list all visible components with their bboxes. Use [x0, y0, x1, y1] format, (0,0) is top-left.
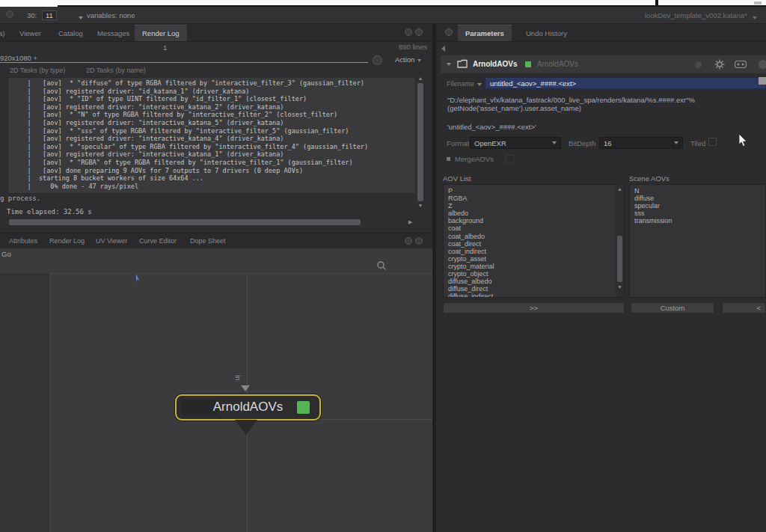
- scroll-right-icon[interactable]: ▶: [408, 219, 412, 225]
- scene-aov-item[interactable]: N: [634, 187, 765, 195]
- panel-gear-icon[interactable]: [445, 28, 453, 36]
- tab-render-log[interactable]: Render Log: [135, 25, 187, 41]
- aov-list-item[interactable]: diffuse_direct: [448, 285, 624, 293]
- move-left-button[interactable]: <: [722, 302, 766, 314]
- aov-scrollbar-thumb[interactable]: [617, 236, 622, 282]
- log-horizontal-scrollbar[interactable]: [9, 219, 405, 225]
- node-status-square[interactable]: [297, 401, 310, 414]
- aov-scroll-up-icon[interactable]: ▲: [616, 186, 624, 192]
- filename-dropdown-icon[interactable]: [477, 83, 482, 86]
- parameter-node-header[interactable]: ArnoldAOVs ArnoldAOVs: [441, 55, 766, 73]
- katana-application-window: 30: 11 variables: none lookDev_template_…: [0, 0, 766, 532]
- panel-back-icon[interactable]: [441, 46, 445, 52]
- move-right-button[interactable]: >>: [443, 302, 625, 314]
- format-label: Format: [447, 139, 469, 147]
- tab-catalog[interactable]: Catalog: [51, 25, 91, 41]
- variables-label[interactable]: variables: none: [87, 11, 135, 19]
- tab-viewer[interactable]: Viewer: [12, 25, 49, 41]
- aov-list-item[interactable]: diffuse_albedo: [448, 278, 624, 285]
- node-expand-icon[interactable]: [447, 63, 451, 66]
- scroll-down-icon[interactable]: ▼: [416, 203, 425, 209]
- scene-aov-item[interactable]: transmission: [634, 217, 765, 224]
- scene-aov-item[interactable]: specular: [634, 202, 765, 210]
- document-title: lookDev_template_v002.katana*: [645, 11, 747, 19]
- tab-partial[interactable]: a): [0, 25, 12, 41]
- go-label[interactable]: Go: [1, 250, 11, 258]
- scene-aovs-listbox[interactable]: Ndiffusespecularssstransmission: [629, 184, 766, 298]
- time-elapsed: Time elapsed: 32.56 s: [7, 208, 92, 215]
- node-gear-icon[interactable]: [714, 59, 725, 70]
- scene-aov-item[interactable]: sss: [634, 210, 765, 217]
- aov-list-item[interactable]: coat: [448, 224, 624, 232]
- panel-pin-icon[interactable]: [405, 28, 412, 36]
- tab-dope-sheet[interactable]: Dope Sheet: [183, 233, 233, 248]
- scene-aov-item[interactable]: diffuse: [634, 195, 765, 202]
- format-dropdown[interactable]: OpenEXR: [470, 137, 561, 149]
- aov-listbox[interactable]: PRGBAZalbedobackgroundcoatcoat_albedocoa…: [443, 184, 625, 298]
- log-lines-count: 890 lines: [399, 43, 427, 51]
- action-label: Action: [395, 55, 414, 64]
- aov-list-item[interactable]: coat_direct: [448, 240, 624, 248]
- aov-list-item[interactable]: P: [448, 187, 624, 195]
- aov-list-item[interactable]: background: [448, 217, 624, 224]
- aov-list-item[interactable]: Z: [448, 202, 624, 210]
- aov-list-item[interactable]: crypto_object: [448, 270, 624, 278]
- timeline-icon[interactable]: [6, 10, 13, 18]
- arnold-aovs-node[interactable]: ArnoldAOVs: [175, 394, 321, 421]
- bitdepth-dropdown[interactable]: 16: [599, 137, 683, 149]
- merge-aovs-checkbox[interactable]: [506, 155, 514, 163]
- document-dropdown-icon[interactable]: [753, 16, 757, 19]
- tab-attributes[interactable]: Attributes: [1, 233, 45, 248]
- format-value: OpenEXR: [474, 139, 506, 147]
- graph-cursor-marker: [135, 274, 141, 283]
- subtab-2d-tasks-by-name[interactable]: 2D Tasks (by name): [86, 67, 146, 74]
- aov-list-scrollbar[interactable]: ▲ ▼: [616, 185, 624, 297]
- variables-dropdown-icon[interactable]: [79, 16, 83, 19]
- log-text-area[interactable]: | [aov] * "diffuse" of type RGBA filtere…: [7, 77, 416, 194]
- aov-list-item[interactable]: crypto_asset: [448, 255, 624, 263]
- custom-button[interactable]: Custom: [631, 302, 714, 314]
- tab-messages[interactable]: Messages: [90, 25, 137, 41]
- node-extra-icon[interactable]: [759, 60, 766, 69]
- action-dropdown[interactable]: Action ▼: [395, 55, 422, 64]
- render-log-panel: 1 890 lines 920x1080 + Action ▼ 2D Tasks…: [0, 42, 432, 232]
- bitdepth-value: 16: [604, 139, 612, 147]
- aov-list-item[interactable]: coat_indirect: [448, 248, 624, 255]
- window-corner-mark: [754, 1, 762, 4]
- tab-uv-viewer[interactable]: UV Viewer: [88, 233, 135, 248]
- tab-curve-editor[interactable]: Curve Editor: [132, 233, 184, 248]
- render-stop-icon[interactable]: [373, 55, 382, 65]
- aov-list-item[interactable]: diffuse_indirect: [448, 293, 624, 298]
- node-input-port-icon[interactable]: [241, 385, 250, 391]
- h-scrollbar-thumb[interactable]: [9, 219, 361, 225]
- bottom-panel-pin-icon[interactable]: [405, 237, 412, 245]
- filename-field[interactable]: untitled_<aov>_####.<ext>: [485, 77, 766, 89]
- node-display-icon[interactable]: [735, 61, 747, 68]
- node-graph-panel[interactable]: Go in ArnoldAOVs: [0, 248, 432, 532]
- bitdepth-dropdown-icon: [674, 141, 678, 144]
- tiled-checkbox[interactable]: [708, 138, 717, 146]
- graph-left-margin: [0, 273, 49, 532]
- frame-field[interactable]: 11: [42, 10, 57, 20]
- scroll-up-icon[interactable]: ▲: [416, 76, 425, 82]
- subtab-2d-tasks-by-type[interactable]: 2D Tasks (by type): [10, 67, 65, 74]
- aov-list-item[interactable]: albedo: [448, 210, 624, 217]
- node-option-dot-icon[interactable]: [695, 61, 702, 68]
- panel-menu-icon[interactable]: [415, 28, 423, 36]
- node-output-port-icon[interactable]: [235, 420, 257, 435]
- filename-field-widget[interactable]: [759, 77, 766, 85]
- aov-list-item[interactable]: coat_albedo: [448, 233, 624, 240]
- bottom-panel-menu-icon[interactable]: [415, 237, 423, 245]
- tab-render-log-bottom[interactable]: Render Log: [42, 233, 92, 248]
- render-resolution: 920x1080 +: [0, 54, 37, 62]
- search-icon[interactable]: [376, 260, 387, 271]
- log-vertical-scrollbar[interactable]: ▲ ▼: [416, 75, 425, 217]
- log-text: | [aov] * "diffuse" of type RGBA filtere…: [8, 78, 415, 190]
- parameters-panel: Parameters Undo History ArnoldAOVs Arnol…: [436, 24, 766, 532]
- tab-parameters[interactable]: Parameters: [458, 25, 512, 41]
- aov-scroll-down-icon[interactable]: ▼: [616, 284, 624, 290]
- aov-list-item[interactable]: crypto_material: [448, 263, 624, 270]
- scrollbar-thumb[interactable]: [417, 83, 423, 201]
- tab-undo-history[interactable]: Undo History: [518, 25, 574, 41]
- aov-list-item[interactable]: RGBA: [448, 195, 624, 202]
